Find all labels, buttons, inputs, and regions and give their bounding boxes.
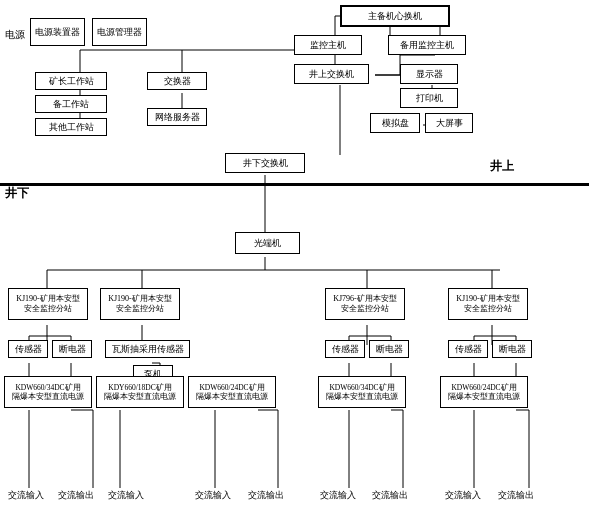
kj190-3-label: KJ796-矿用本安型安全监控分站 <box>333 294 397 313</box>
sensor1-label: 传感器 <box>15 344 42 355</box>
kj190-1-box: KJ190-矿用本安型安全监控分站 <box>8 288 88 320</box>
surface-label: 井上 <box>490 158 514 175</box>
other-ws-box: 其他工作站 <box>35 118 107 136</box>
large-screen-box: 大屏事 <box>425 113 473 133</box>
main-host-label: 监控主机 <box>310 40 346 51</box>
breaker2-box: 断电器 <box>369 340 409 358</box>
switch-small-label: 交换器 <box>164 76 191 87</box>
backup-host-box: 备用监控主机 <box>388 35 466 55</box>
kj190-4-label: KJ190-矿用本安型安全监控分站 <box>456 294 520 313</box>
breaker3-label: 断电器 <box>499 344 526 355</box>
optical-switch-box: 光端机 <box>235 232 300 254</box>
sensor2-box: 传感器 <box>325 340 365 358</box>
gas-sensor-box: 瓦斯抽采用传感器 <box>105 340 190 358</box>
kdw660-5-label: KDW660/24DC矿用隔爆本安型直流电源 <box>448 383 520 401</box>
ac-out2: 交流输出 <box>248 490 284 502</box>
engineer-ws-label: 备工作站 <box>53 99 89 110</box>
ac-in5: 交流输入 <box>445 490 481 502</box>
surface-switch-box: 井上交换机 <box>294 64 369 84</box>
switch-small-box: 交换器 <box>147 72 207 90</box>
kdw660-3-box: KDW660/24DC矿用隔爆本安型直流电源 <box>188 376 276 408</box>
printer-box: 打印机 <box>400 88 458 108</box>
power-manager-box: 电源管理器 <box>92 18 147 46</box>
main-host-box: 监控主机 <box>294 35 362 55</box>
other-ws-label: 其他工作站 <box>49 122 94 133</box>
kdw660-2-label: KDY660/18DC矿用隔爆本安型直流电源 <box>104 383 176 401</box>
kdw660-4-label: KDW660/34DC矿用隔爆本安型直流电源 <box>326 383 398 401</box>
kdw660-4-box: KDW660/34DC矿用隔爆本安型直流电源 <box>318 376 406 408</box>
display-label: 显示器 <box>416 69 443 80</box>
gas-sensor-label: 瓦斯抽采用传感器 <box>112 344 184 355</box>
miner-ws-box: 矿长工作站 <box>35 72 107 90</box>
underground-label: 井下 <box>5 185 29 202</box>
display-box: 显示器 <box>400 64 458 84</box>
diagram: 主备机心换机 电源装置器 电源管理器 电源 监控主机 备用监控主机 井上交换机 … <box>0 0 589 515</box>
kj190-2-label: KJ190-矿用本安型安全监控分站 <box>108 294 172 313</box>
main-computer-box: 主备机心换机 <box>340 5 450 27</box>
ac-in3: 交流输入 <box>195 490 231 502</box>
sensor1-box: 传感器 <box>8 340 48 358</box>
power-device-label: 电源装置器 <box>35 27 80 38</box>
kj190-2-box: KJ190-矿用本安型安全监控分站 <box>100 288 180 320</box>
kdw660-1-box: KDW660/34DC矿用隔爆本安型直流电源 <box>4 376 92 408</box>
kj190-4-box: KJ190-矿用本安型安全监控分站 <box>448 288 528 320</box>
kdw660-5-box: KDW660/24DC矿用隔爆本安型直流电源 <box>440 376 528 408</box>
main-computer-label: 主备机心换机 <box>368 11 422 22</box>
ac-out3: 交流输出 <box>372 490 408 502</box>
kdw660-3-label: KDW660/24DC矿用隔爆本安型直流电源 <box>196 383 268 401</box>
engineer-ws-box: 备工作站 <box>35 95 107 113</box>
divider-line <box>0 183 589 186</box>
underground-switch-box: 井下交换机 <box>225 153 305 173</box>
underground-switch-label: 井下交换机 <box>243 158 288 169</box>
kdw660-1-label: KDW660/34DC矿用隔爆本安型直流电源 <box>12 383 84 401</box>
kj190-1-label: KJ190-矿用本安型安全监控分站 <box>16 294 80 313</box>
ac-out4: 交流输出 <box>498 490 534 502</box>
breaker1-box: 断电器 <box>52 340 92 358</box>
ac-in4: 交流输入 <box>320 490 356 502</box>
surface-switch-label: 井上交换机 <box>309 69 354 80</box>
kdw660-2-box: KDY660/18DC矿用隔爆本安型直流电源 <box>96 376 184 408</box>
network-server-box: 网络服务器 <box>147 108 207 126</box>
ac-in1: 交流输入 <box>8 490 44 502</box>
optical-switch-label: 光端机 <box>254 238 281 249</box>
large-screen-label: 大屏事 <box>436 118 463 129</box>
ac-out1: 交流输出 <box>58 490 94 502</box>
sensor2-label: 传感器 <box>332 344 359 355</box>
ac-in2: 交流输入 <box>108 490 144 502</box>
network-server-label: 网络服务器 <box>155 112 200 123</box>
modem-box: 模拟盘 <box>370 113 420 133</box>
power-manager-label: 电源管理器 <box>97 27 142 38</box>
power-device-box: 电源装置器 <box>30 18 85 46</box>
kj190-3-box: KJ796-矿用本安型安全监控分站 <box>325 288 405 320</box>
breaker1-label: 断电器 <box>59 344 86 355</box>
power-label: 电源 <box>5 28 25 42</box>
sensor3-label: 传感器 <box>455 344 482 355</box>
breaker2-label: 断电器 <box>376 344 403 355</box>
sensor3-box: 传感器 <box>448 340 488 358</box>
modem-label: 模拟盘 <box>382 118 409 129</box>
miner-ws-label: 矿长工作站 <box>49 76 94 87</box>
backup-host-label: 备用监控主机 <box>400 40 454 51</box>
printer-label: 打印机 <box>416 93 443 104</box>
breaker3-box: 断电器 <box>492 340 532 358</box>
